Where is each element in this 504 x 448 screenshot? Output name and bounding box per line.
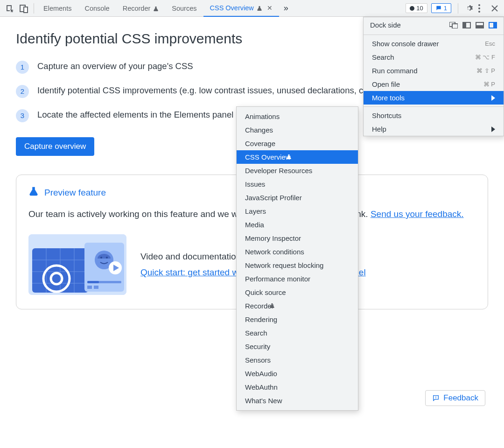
menu-run-command[interactable]: Run command⌘ ⇧ P [364,64,504,77]
tab-label: Recorder [123,5,151,12]
more-tools-item[interactable]: Network conditions [237,245,358,259]
more-tools-item[interactable]: Media [237,218,358,231]
feedback-icon [432,394,440,402]
tab-label: Elements [43,5,71,12]
message-icon [435,5,442,12]
more-tools-item[interactable]: Performance monitor [237,272,358,286]
svg-rect-1 [24,7,28,13]
more-tools-item[interactable]: Coverage [237,137,358,150]
more-tools-item[interactable]: Issues [237,177,358,191]
step-text: Capture an overview of your page's CSS [37,60,193,73]
svg-point-3 [478,7,480,9]
step-number: 1 [16,61,29,74]
svg-rect-22 [87,286,92,289]
tabs-overflow-icon[interactable]: » [279,3,293,13]
more-tools-item[interactable]: CSS Overview [237,150,358,164]
svg-point-18 [106,257,108,259]
tab-label: Console [84,5,109,12]
menu-open-file[interactable]: Open file⌘ P [364,77,504,91]
preview-heading: Preview feature [44,188,106,198]
more-tools-item[interactable]: Quick source [237,286,358,299]
more-tools-item[interactable]: Sensors [237,353,358,367]
flask-icon [269,302,275,310]
tab-css-overview[interactable]: CSS Overview ✕ [203,0,279,17]
more-options-icon[interactable] [478,4,487,13]
submenu-arrow-icon [491,95,495,101]
more-tools-item[interactable]: WebAuthn [237,380,358,394]
video-thumbnail[interactable] [28,234,126,295]
feedback-button[interactable]: Feedback [425,390,485,406]
error-count: 10 [416,5,423,12]
send-feedback-link[interactable]: Send us your feedback. [371,209,464,219]
feedback-label: Feedback [443,393,478,403]
step-text: Locate the affected elements in the Elem… [37,108,233,121]
svg-rect-23 [94,286,98,289]
dock-left-icon[interactable] [462,22,471,28]
svg-point-25 [436,399,436,399]
more-tools-submenu: AnimationsChangesCoverageCSS OverviewDev… [236,106,358,411]
more-tools-item[interactable]: Search [237,326,358,340]
more-tools-item[interactable]: Network request blocking [237,259,358,272]
more-tools-item[interactable]: What's New [237,394,358,407]
step-number: 3 [16,109,29,122]
svg-rect-21 [87,281,99,283]
more-tools-item[interactable]: Developer Resources [237,164,358,177]
capture-overview-button[interactable]: Capture overview [16,137,94,156]
dock-bottom-icon[interactable] [476,22,484,28]
main-menu: Dock side Show console drawerEsc Search⌘… [363,17,504,136]
submenu-arrow-icon [491,126,495,132]
menu-more-tools[interactable]: More tools [364,91,504,105]
flask-icon [153,6,159,11]
devtools-tabbar: Elements Console Recorder Sources CSS Ov… [0,0,504,17]
menu-search[interactable]: Search⌘ ⌥ F [364,50,504,64]
more-tools-item[interactable]: WebAudio [237,367,358,380]
more-tools-item[interactable]: Rendering [237,313,358,326]
error-count-badge[interactable]: 10 [406,3,427,13]
flask-icon [28,186,39,199]
tab-elements[interactable]: Elements [37,0,78,17]
step-number: 2 [16,85,29,98]
menu-shortcuts[interactable]: Shortcuts [364,109,504,122]
flask-icon [286,153,292,161]
tab-console[interactable]: Console [78,0,116,17]
settings-gear-icon[interactable] [465,4,474,13]
svg-point-4 [478,11,480,13]
menu-help[interactable]: Help [364,122,504,136]
more-tools-item[interactable]: JavaScript Profiler [237,191,358,204]
close-tab-icon[interactable]: ✕ [267,4,273,12]
svg-point-2 [478,4,480,6]
tab-sources[interactable]: Sources [165,0,203,17]
tab-label: CSS Overview [210,4,254,12]
more-tools-item[interactable]: Animations [237,110,358,123]
more-tools-item[interactable]: Layers [237,204,358,218]
flask-icon [257,5,262,11]
svg-point-17 [100,257,102,259]
dock-undock-icon[interactable] [449,22,458,28]
more-tools-item[interactable]: Changes [237,123,358,137]
svg-rect-27 [452,24,458,28]
more-tools-item[interactable]: Memory Inspector [237,231,358,245]
menu-show-console-drawer[interactable]: Show console drawerEsc [364,37,504,50]
tab-label: Sources [172,5,196,12]
dock-side-label: Dock side [370,21,401,29]
tab-recorder[interactable]: Recorder [116,0,166,17]
inspect-element-icon[interactable] [3,0,17,17]
close-devtools-icon[interactable] [491,5,500,12]
message-count: 1 [444,5,447,12]
dock-right-icon[interactable] [489,22,497,28]
more-tools-item[interactable]: Security [237,340,358,353]
more-tools-item[interactable]: Recorder [237,299,358,313]
message-count-badge[interactable]: 1 [431,3,451,13]
device-toolbar-icon[interactable] [17,0,31,17]
